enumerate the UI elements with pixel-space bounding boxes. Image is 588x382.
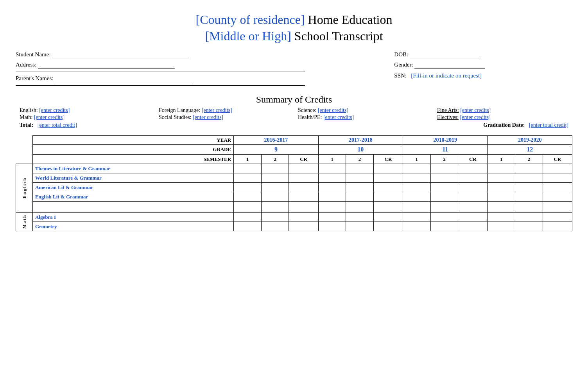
credit-electives-value[interactable]: [enter credits] [460, 114, 491, 120]
cell[interactable] [403, 173, 431, 183]
credit-fine-arts-value[interactable]: [enter credits] [460, 107, 491, 113]
cell[interactable] [234, 183, 262, 192]
graduation-value[interactable]: [enter total credit] [529, 122, 568, 128]
cell[interactable] [488, 222, 515, 231]
ssn-link[interactable]: [Fill-in or indicate on request] [411, 72, 482, 79]
address-underline[interactable] [38, 61, 175, 68]
cell[interactable] [543, 183, 572, 192]
dob-underline[interactable] [410, 51, 480, 58]
cell[interactable] [346, 202, 374, 213]
cell[interactable] [234, 213, 262, 222]
cell[interactable] [289, 164, 318, 173]
cell[interactable] [430, 192, 458, 202]
cell[interactable] [488, 192, 515, 202]
cell[interactable] [318, 202, 346, 213]
cell[interactable] [488, 164, 515, 173]
cell[interactable] [373, 222, 403, 231]
cell[interactable] [458, 183, 488, 192]
credit-english-value[interactable]: [enter credits] [39, 107, 70, 113]
cell[interactable] [515, 183, 543, 192]
gender-underline[interactable] [414, 61, 485, 68]
cell[interactable] [403, 164, 431, 173]
cell[interactable] [261, 222, 289, 231]
student-name-underline[interactable] [52, 51, 189, 58]
cell[interactable] [373, 173, 403, 183]
cell[interactable] [430, 202, 458, 213]
cell[interactable] [289, 192, 318, 202]
cell[interactable] [403, 183, 431, 192]
cell[interactable] [261, 164, 289, 173]
cell[interactable] [458, 222, 488, 231]
cell[interactable] [346, 183, 374, 192]
cell[interactable] [373, 183, 403, 192]
cell[interactable] [318, 213, 346, 222]
credit-science-value[interactable]: [enter credits] [318, 107, 348, 113]
cell[interactable] [515, 173, 543, 183]
cell[interactable] [346, 164, 374, 173]
cell[interactable] [430, 183, 458, 192]
cell[interactable] [318, 164, 346, 173]
cell[interactable] [373, 164, 403, 173]
cell[interactable] [430, 213, 458, 222]
cell[interactable] [543, 164, 572, 173]
cell[interactable] [458, 192, 488, 202]
cell[interactable] [430, 164, 458, 173]
cell[interactable] [289, 213, 318, 222]
cell[interactable] [488, 173, 515, 183]
cell[interactable] [373, 192, 403, 202]
credit-math-value[interactable]: [enter credits] [34, 114, 65, 120]
cell[interactable] [403, 202, 431, 213]
cell[interactable] [234, 222, 262, 231]
cell[interactable] [403, 192, 431, 202]
cell[interactable] [289, 173, 318, 183]
parents-names-underline[interactable] [55, 75, 192, 82]
cell[interactable] [515, 192, 543, 202]
cell[interactable] [261, 173, 289, 183]
cell[interactable] [458, 164, 488, 173]
cell[interactable] [373, 213, 403, 222]
cell[interactable] [488, 202, 515, 213]
cell[interactable] [289, 183, 318, 192]
cell[interactable] [289, 222, 318, 231]
cell[interactable] [318, 222, 346, 231]
cell[interactable] [261, 202, 289, 213]
cell[interactable] [289, 202, 318, 213]
credit-health-pe-value[interactable]: [enter credits] [323, 114, 354, 120]
cell[interactable] [430, 222, 458, 231]
cell[interactable] [543, 192, 572, 202]
cell[interactable] [458, 173, 488, 183]
cell[interactable] [234, 192, 262, 202]
total-value[interactable]: [enter total credit] [38, 122, 77, 128]
cell[interactable] [488, 213, 515, 222]
cell[interactable] [346, 173, 374, 183]
cell[interactable] [346, 222, 374, 231]
cell[interactable] [515, 213, 543, 222]
credit-foreign-lang-value[interactable]: [enter credits] [202, 107, 232, 113]
cell[interactable] [234, 164, 262, 173]
cell[interactable] [543, 202, 572, 213]
cell[interactable] [488, 183, 515, 192]
cell[interactable] [318, 173, 346, 183]
cell[interactable] [543, 173, 572, 183]
cell[interactable] [458, 202, 488, 213]
cell[interactable] [261, 213, 289, 222]
cell[interactable] [346, 192, 374, 202]
cell[interactable] [515, 202, 543, 213]
cell[interactable] [318, 192, 346, 202]
cell[interactable] [261, 192, 289, 202]
cell[interactable] [515, 222, 543, 231]
cell[interactable] [403, 222, 431, 231]
cell[interactable] [261, 183, 289, 192]
cell[interactable] [430, 173, 458, 183]
cell[interactable] [234, 173, 262, 183]
cell[interactable] [234, 202, 262, 213]
cell[interactable] [515, 164, 543, 173]
cell[interactable] [543, 222, 572, 231]
cell[interactable] [403, 213, 431, 222]
cell[interactable] [458, 213, 488, 222]
cell[interactable] [373, 202, 403, 213]
cell[interactable] [318, 183, 346, 192]
cell[interactable] [346, 213, 374, 222]
cell[interactable] [543, 213, 572, 222]
credit-social-studies-value[interactable]: [enter credits] [193, 114, 223, 120]
